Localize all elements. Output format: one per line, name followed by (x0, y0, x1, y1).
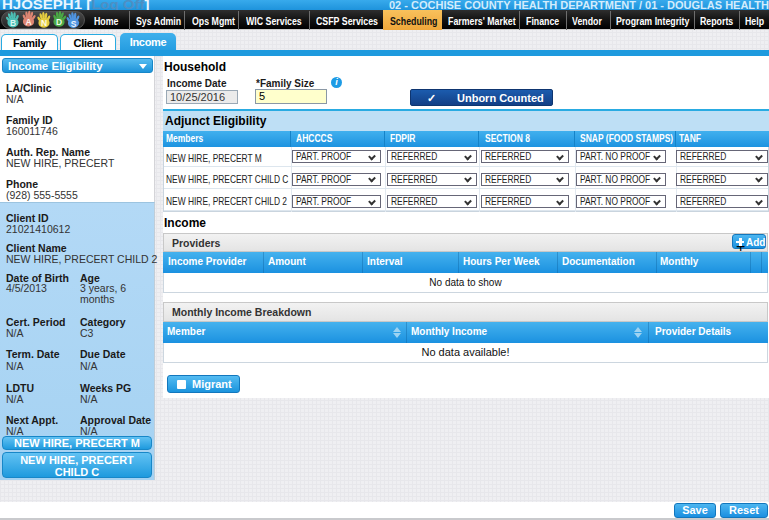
svg-text:B: B (10, 18, 16, 28)
svg-text:S: S (71, 19, 77, 29)
svg-text:A: A (25, 17, 31, 27)
svg-text:N: N (41, 18, 47, 28)
svg-text:D: D (56, 17, 62, 27)
